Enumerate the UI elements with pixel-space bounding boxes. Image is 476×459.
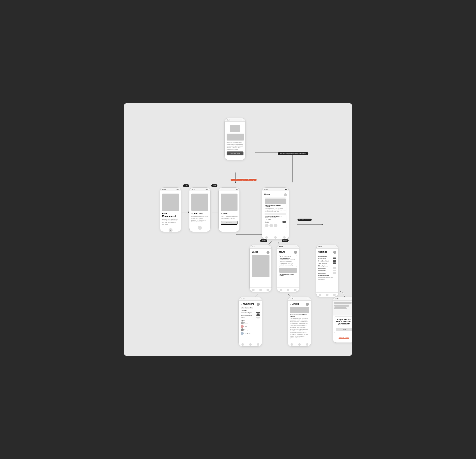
news-tab-2[interactable]	[287, 289, 289, 291]
deactivate-cancel-btn[interactable]: Cancel	[336, 328, 352, 331]
ob2-skip[interactable]: Skip	[205, 189, 208, 190]
login-steam-button[interactable]: Login with Steam	[227, 151, 243, 155]
gun-store-floor2-label: Second Floor Lights	[241, 315, 252, 316]
gun-store-team-member2: Sara	[241, 325, 260, 328]
home-nav-2[interactable]	[269, 224, 273, 227]
news-tab-3[interactable]	[294, 289, 297, 291]
article-body2: Let all good things read from a good art…	[290, 325, 309, 339]
home-nav-1[interactable]	[265, 224, 268, 227]
news-screen: 12:21 ▪▪▪ News Rust Companion Official L…	[277, 245, 299, 292]
gun-store-filter2[interactable]: Type	[244, 307, 249, 309]
home-zombie-label: Zombie	[265, 221, 269, 223]
gun-store-team-member1: Lewis	[241, 321, 260, 324]
settings-friend-base-toggle[interactable]	[333, 260, 336, 262]
article-tab-3[interactable]	[306, 343, 308, 346]
settings-screen: 12:21 ▪▪▪ Settings Notifications Friend …	[316, 245, 338, 297]
ob2-next-btn[interactable]: ›	[198, 226, 202, 230]
login-desc: Lorem ipsum dolor sit amet consectetur a…	[227, 142, 243, 150]
ob1-title: Base Management	[162, 212, 179, 217]
gun-store-console-label: Console	[241, 310, 260, 311]
home-screen: 12:21 ▪▪▪ Home Rust Companion Official L…	[262, 187, 289, 239]
home-featured-article[interactable]: Rust Companion Official Launch Rust Comp…	[264, 198, 287, 214]
login-signal: ▪▪▪	[242, 119, 243, 121]
settings-tab-2[interactable]	[326, 294, 328, 296]
home-tab-2[interactable]	[274, 236, 277, 239]
bases-nav-bar	[250, 287, 271, 292]
article-tab-2[interactable]	[298, 343, 301, 346]
canvas: 12:21 ▪▪▪ Lorem ipsum dolor sit amet con…	[124, 103, 352, 356]
deactivate-bg	[333, 301, 352, 316]
deactivate-signal: ▪▪▪	[351, 298, 352, 300]
article-tab-1[interactable]	[291, 343, 293, 346]
news-article1-desc: Rust Companion is here! A steam companio…	[280, 259, 296, 266]
settings-header: 12:21 ▪▪▪	[316, 245, 338, 249]
gun-store-tab-3[interactable]	[257, 343, 259, 346]
gun-store-tab-1[interactable]	[241, 343, 244, 346]
news-tab-1[interactable]	[280, 289, 282, 291]
gun-store-team-member4: Thinkdog...	[241, 332, 260, 335]
onboarding-complete-label: User has completed onboarding	[231, 179, 257, 181]
home-server-card[interactable]: [EU] Official Facepunch #3 4/200 · 3 min…	[264, 214, 287, 228]
member1-name: Lewis	[244, 322, 248, 324]
member4-avatar	[241, 332, 244, 335]
gun-store-header: 12:22 ▪▪▪	[239, 297, 262, 301]
home-tab-1[interactable]	[265, 236, 268, 239]
gun-store-floor1-label: Ground Floor Lights	[241, 312, 252, 314]
ob3-signal: ▪▪▪	[236, 189, 238, 190]
article-title: Article	[292, 303, 299, 305]
login-status-bar: 12:21 ▪▪▪	[225, 118, 245, 122]
article-content: ← Article Rust Companion Official Launch…	[288, 301, 311, 344]
deactivate-bg-item1	[334, 302, 352, 304]
auth-label: User has to login with Steam to authenti…	[278, 152, 308, 155]
ob2-title: Server Info	[191, 212, 208, 215]
bases-avatar	[267, 251, 269, 254]
login-time: 12:21	[227, 119, 230, 121]
bases-tab-1[interactable]	[252, 289, 255, 291]
news-label: News	[282, 239, 289, 242]
home-nav-icons	[265, 224, 286, 227]
deactivate-bg-item3	[334, 307, 347, 309]
bases-label: Bases	[260, 239, 267, 242]
login-content: Lorem ipsum dolor sit amet consectetur a…	[225, 122, 245, 157]
ob1-skip[interactable]: Skip	[176, 189, 179, 190]
step2-label: Step	[211, 184, 217, 187]
home-header: 12:21 ▪▪▪	[262, 188, 289, 191]
home-tab-3[interactable]	[283, 236, 286, 239]
home-zombie-toggle[interactable]	[282, 221, 286, 223]
onboarding2-screen: 12:22 Skip Server Info With the server i…	[189, 187, 210, 232]
login-image	[227, 134, 244, 141]
gun-store-floor2-toggle[interactable]	[256, 314, 260, 316]
settings-friend-online-toggle[interactable]	[333, 258, 336, 259]
article-heading: Rust Companion Official Launch	[290, 314, 309, 317]
bases-header: 12:21 ▪▪▪	[250, 245, 271, 249]
settings-lorem2-toggle[interactable]	[333, 270, 336, 271]
gun-store-filter3[interactable]: Sort	[249, 307, 253, 309]
ob1-next-btn[interactable]: ›	[169, 228, 173, 232]
home-nav-3[interactable]	[274, 224, 277, 227]
gun-store-tab-2[interactable]	[249, 343, 252, 346]
settings-tab-1[interactable]	[319, 294, 321, 296]
news-avatar	[294, 251, 297, 254]
settings-lorem1-toggle[interactable]	[333, 267, 336, 269]
step2-text: Step	[213, 185, 216, 186]
news-article1-card[interactable]: Rust Companion Official Launch Rust Comp…	[279, 255, 297, 267]
ob2-desc: With the server info you will be able to…	[191, 216, 208, 223]
ob3-viewmore-btn[interactable]: View more	[221, 221, 238, 225]
deactivate-account-link[interactable]: Deactivate account	[333, 334, 352, 340]
settings-lorem3-toggle[interactable]	[333, 272, 336, 274]
settings-team-msg-toggle[interactable]	[333, 262, 336, 264]
step1-label: Step	[183, 184, 189, 187]
article-header: 12:21 ▪▪▪	[288, 297, 311, 301]
gun-store-floor1-toggle[interactable]	[256, 312, 260, 314]
gun-store-content: ← Gun Store All Type Sort Console Ground…	[239, 301, 262, 340]
gun-store-turrets-toggle[interactable]	[256, 317, 260, 318]
deactivate-bg-item2	[334, 305, 349, 307]
gun-store-filter1[interactable]: All	[241, 307, 244, 309]
bases-tab-2[interactable]	[259, 289, 262, 291]
bases-tab-3[interactable]	[267, 289, 269, 291]
member4-name: Thinkdog...	[244, 333, 251, 334]
settings-tab-3[interactable]	[333, 294, 336, 296]
news-time: 12:21	[279, 246, 283, 248]
news-header: 12:21 ▪▪▪	[277, 245, 299, 249]
settings-notifications-label: Notifications	[318, 256, 336, 257]
